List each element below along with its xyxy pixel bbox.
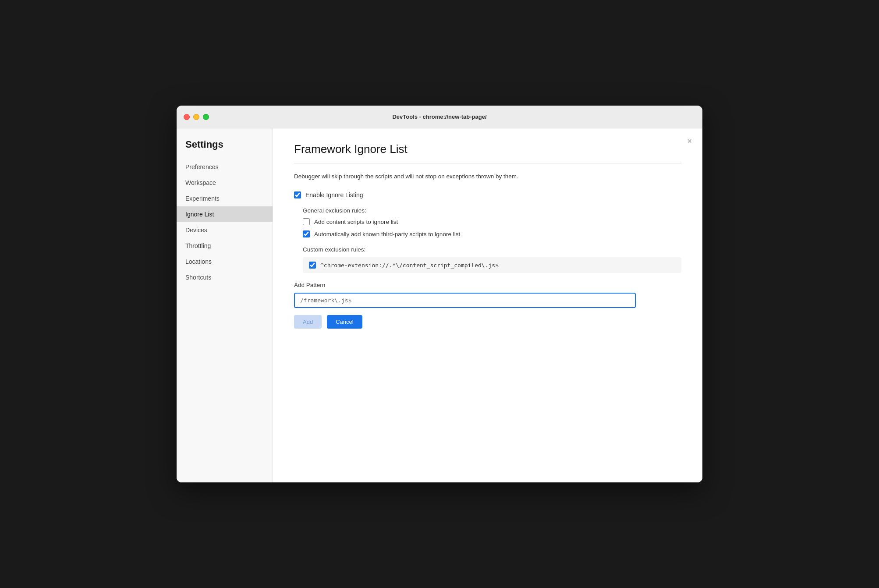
title-bar: DevTools - chrome://new-tab-page/: [177, 106, 702, 128]
add-third-party-label[interactable]: Automatically add known third-party scri…: [314, 231, 460, 237]
add-content-scripts-row: Add content scripts to ignore list: [303, 218, 681, 225]
add-third-party-row: Automatically add known third-party scri…: [303, 230, 681, 237]
close-button[interactable]: ×: [685, 135, 694, 147]
add-pattern-label: Add Pattern: [294, 282, 681, 288]
cancel-button[interactable]: Cancel: [327, 315, 362, 329]
sidebar-item-shortcuts[interactable]: Shortcuts: [177, 269, 273, 285]
minimize-traffic-light[interactable]: [193, 114, 199, 120]
add-content-scripts-checkbox[interactable]: [303, 218, 310, 225]
sidebar-heading: Settings: [177, 139, 273, 159]
buttons-row: Add Cancel: [294, 315, 681, 329]
divider: [294, 163, 681, 163]
enable-ignore-listing-label[interactable]: Enable Ignore Listing: [294, 191, 363, 198]
description-text: Debugger will skip through the scripts a…: [294, 172, 681, 181]
pattern-input[interactable]: [294, 293, 636, 308]
add-button[interactable]: Add: [294, 315, 322, 329]
enable-ignore-listing-row: Enable Ignore Listing: [294, 191, 681, 198]
devtools-window: DevTools - chrome://new-tab-page/ Settin…: [177, 106, 702, 482]
add-third-party-checkbox[interactable]: [303, 230, 310, 237]
maximize-traffic-light[interactable]: [203, 114, 209, 120]
sidebar-item-experiments[interactable]: Experiments: [177, 191, 273, 206]
main-content: × Framework Ignore List Debugger will sk…: [273, 128, 702, 482]
content-area: Settings Preferences Workspace Experimen…: [177, 128, 702, 482]
general-exclusion-label: General exclusion rules:: [303, 207, 681, 214]
enable-ignore-listing-checkbox[interactable]: [294, 191, 301, 198]
chrome-extension-rule-checkbox[interactable]: [309, 262, 316, 269]
close-traffic-light[interactable]: [184, 114, 190, 120]
enable-ignore-listing-text: Enable Ignore Listing: [305, 191, 363, 198]
custom-exclusion-section: Custom exclusion rules: ^chrome-extensio…: [294, 246, 681, 273]
sidebar-item-locations[interactable]: Locations: [177, 254, 273, 269]
sidebar-item-throttling[interactable]: Throttling: [177, 238, 273, 254]
sidebar-item-preferences[interactable]: Preferences: [177, 159, 273, 175]
add-pattern-section: Add Pattern Add Cancel: [294, 282, 681, 329]
general-exclusion-section: General exclusion rules: Add content scr…: [294, 207, 681, 237]
window-title: DevTools - chrome://new-tab-page/: [392, 113, 486, 120]
custom-exclusion-label: Custom exclusion rules:: [303, 246, 681, 253]
traffic-lights: [184, 114, 209, 120]
sidebar-item-ignore-list[interactable]: Ignore List: [177, 206, 273, 222]
sidebar-item-devices[interactable]: Devices: [177, 222, 273, 238]
chrome-extension-rule-label[interactable]: ^chrome-extension://.*\/content_script_c…: [320, 262, 499, 269]
add-content-scripts-label[interactable]: Add content scripts to ignore list: [314, 219, 398, 225]
custom-rule-row: ^chrome-extension://.*\/content_script_c…: [303, 257, 681, 273]
sidebar: Settings Preferences Workspace Experimen…: [177, 128, 273, 482]
sidebar-item-workspace[interactable]: Workspace: [177, 175, 273, 191]
page-title: Framework Ignore List: [294, 142, 681, 156]
